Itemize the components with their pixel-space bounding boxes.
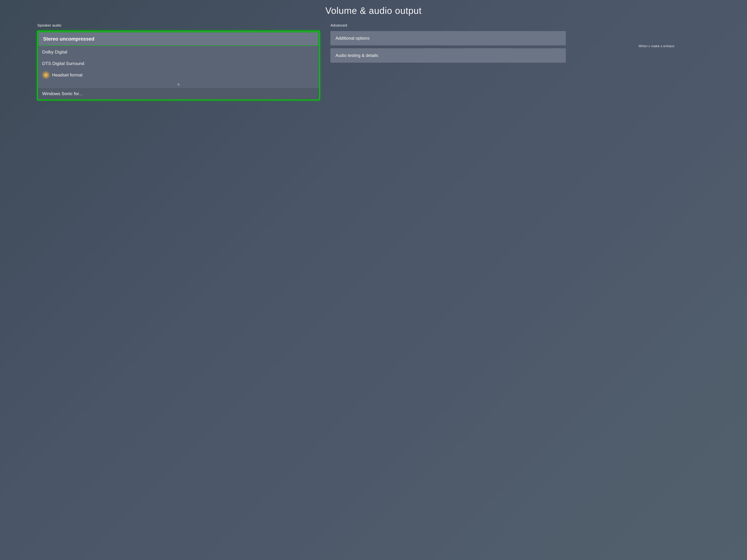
dropdown-list: Dolby Digital DTS Digital Surround Heads… (38, 46, 319, 100)
chevron-down-icon: ∨ (177, 82, 180, 86)
page-title: Volume & audio output (0, 5, 747, 16)
page-header: Volume & audio output (0, 0, 747, 20)
outer-wrapper: Speaker audio Stereo uncompressed Dolby … (0, 20, 747, 100)
dropdown-item-windows-sonic[interactable]: Windows Sonic for... (38, 88, 319, 100)
advanced-label: Advanced (330, 23, 566, 27)
side-note: When c make s enhanc (635, 44, 747, 49)
chevron-row: ∨ (38, 81, 319, 88)
right-panel: Advanced Additional options Audio testin… (330, 23, 566, 63)
dropdown-item-dts[interactable]: DTS Digital Surround (38, 58, 319, 69)
left-panel: Speaker audio Stereo uncompressed Dolby … (37, 23, 319, 100)
additional-options-button[interactable]: Additional options (330, 31, 566, 46)
dropdown-selected-item[interactable]: Stereo uncompressed (38, 32, 318, 46)
speaker-audio-label: Speaker audio (37, 23, 319, 27)
dropdown-item-dolby[interactable]: Dolby Digital (38, 46, 319, 58)
headset-glow (42, 71, 50, 80)
content-area: Speaker audio Stereo uncompressed Dolby … (0, 20, 747, 100)
audio-dropdown[interactable]: Stereo uncompressed Dolby Digital DTS Di… (37, 31, 319, 100)
audio-testing-button[interactable]: Audio testing & details (330, 48, 566, 63)
dropdown-item-headset[interactable]: Headset format (38, 69, 319, 81)
action-buttons: Additional options Audio testing & detai… (330, 31, 566, 63)
